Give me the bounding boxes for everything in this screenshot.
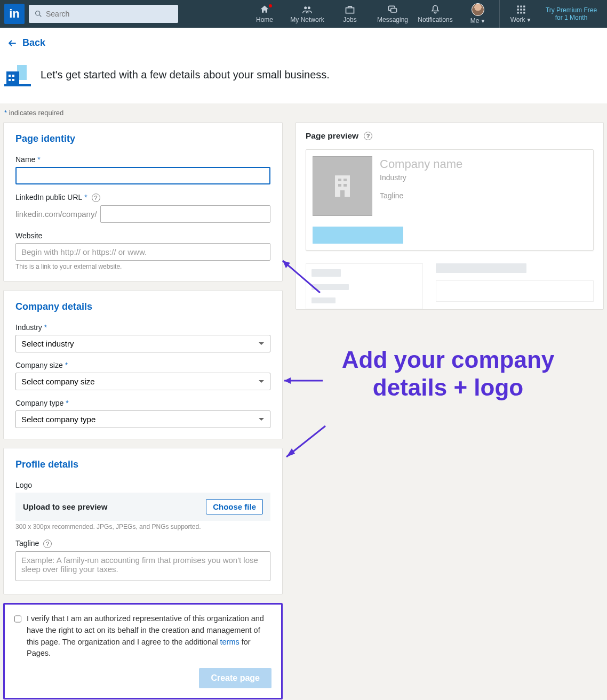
profile-details-title: Profile details <box>15 459 270 470</box>
svg-marker-29 <box>283 261 290 268</box>
hero-section: Back Let's get started with a few detail… <box>0 28 607 103</box>
tagline-input[interactable] <box>15 551 270 581</box>
size-label: Company size* <box>15 361 270 369</box>
industry-label: Industry* <box>15 323 270 332</box>
profile-details-card: Profile details Logo Upload to see previ… <box>3 448 283 594</box>
info-icon[interactable]: ? <box>43 540 52 548</box>
svg-rect-24 <box>338 179 341 181</box>
info-icon[interactable]: ? <box>92 194 100 202</box>
svg-rect-17 <box>6 71 19 84</box>
svg-rect-6 <box>391 9 397 13</box>
nav-home[interactable]: Home <box>243 0 286 28</box>
search-icon <box>34 10 43 18</box>
nav-network[interactable]: My Network <box>286 0 329 28</box>
back-button[interactable]: Back <box>6 37 45 49</box>
preview-title: Page preview ? <box>306 131 594 141</box>
nav-jobs[interactable]: Jobs <box>329 0 371 28</box>
bell-icon <box>430 4 441 15</box>
network-icon <box>301 4 314 15</box>
nav-me[interactable]: Me▼ <box>457 0 499 28</box>
url-input[interactable] <box>100 205 270 223</box>
svg-marker-30 <box>284 377 291 384</box>
svg-line-1 <box>39 15 41 17</box>
nav-notifications[interactable]: Notifications <box>414 0 457 28</box>
annotation-label: Add your company details + logo <box>320 346 576 403</box>
arrow-left-icon <box>6 38 18 48</box>
svg-rect-18 <box>9 75 11 77</box>
type-label: Company type* <box>15 399 270 407</box>
company-details-title: Company details <box>15 301 270 312</box>
svg-rect-11 <box>520 9 522 10</box>
svg-rect-4 <box>346 8 354 13</box>
terms-link[interactable]: terms <box>220 638 239 646</box>
preview-follow-button-placeholder <box>313 227 403 244</box>
intro-heading: Let's get started with a few details abo… <box>41 69 330 81</box>
annotation-arrow-icon <box>280 421 333 463</box>
svg-rect-8 <box>520 6 522 7</box>
verify-card: I verify that I am an authorized represe… <box>3 603 283 699</box>
top-nav: in Home My Network Jobs Messaging Notifi… <box>0 0 607 28</box>
website-label: Website <box>15 231 270 240</box>
svg-rect-20 <box>9 79 11 81</box>
size-select[interactable]: Select company size <box>15 373 270 390</box>
svg-rect-22 <box>4 84 31 86</box>
svg-rect-14 <box>520 12 522 13</box>
svg-point-3 <box>308 6 310 9</box>
preview-skeleton-main <box>436 263 594 309</box>
svg-marker-31 <box>286 448 295 457</box>
verify-text: I verify that I am an authorized represe… <box>27 613 271 659</box>
svg-rect-7 <box>517 6 518 7</box>
search-input[interactable] <box>29 5 178 23</box>
name-label: Name* <box>15 155 270 164</box>
company-details-card: Company details Industry* Select industr… <box>3 290 283 439</box>
notification-badge-icon <box>268 3 273 9</box>
preview-logo-placeholder <box>313 156 372 216</box>
preview-industry: Industry <box>380 173 462 182</box>
type-select[interactable]: Select company type <box>15 411 270 428</box>
svg-rect-19 <box>12 75 14 77</box>
upload-box: Upload to see preview Choose file <box>15 493 270 521</box>
svg-point-0 <box>36 11 40 15</box>
chevron-down-icon: ▼ <box>526 17 531 23</box>
svg-point-2 <box>304 6 307 9</box>
required-note: * indicates required <box>0 103 607 122</box>
logo-label: Logo <box>15 481 270 489</box>
preview-company-name: Company name <box>380 157 462 171</box>
industry-select[interactable]: Select industry <box>15 335 270 352</box>
preview-tagline: Tagline <box>380 191 462 200</box>
apps-grid-icon <box>516 4 526 15</box>
page-preview-card: Page preview ? Company name Industry Tag… <box>295 122 604 310</box>
briefcase-icon <box>344 4 356 15</box>
preview-skeleton-sidebar <box>306 263 423 309</box>
url-label: LinkedIn public URL* ? <box>15 193 270 202</box>
building-placeholder-icon <box>332 173 353 199</box>
svg-rect-9 <box>523 6 525 7</box>
info-icon[interactable]: ? <box>364 132 372 140</box>
url-prefix: linkedin.com/company/ <box>15 210 97 219</box>
verify-checkbox[interactable] <box>14 614 21 624</box>
svg-rect-28 <box>340 190 345 197</box>
nav-work[interactable]: Work▼ <box>499 0 542 28</box>
svg-rect-12 <box>523 9 525 10</box>
page-identity-card: Page identity Name* LinkedIn public URL*… <box>3 122 283 281</box>
choose-file-button[interactable]: Choose file <box>206 499 263 514</box>
logo-helper: 300 x 300px recommended. JPGs, JPEGs, an… <box>15 523 270 530</box>
svg-rect-26 <box>338 184 341 187</box>
upload-preview-label: Upload to see preview <box>23 502 107 511</box>
svg-rect-25 <box>344 179 347 181</box>
svg-rect-15 <box>523 12 525 13</box>
chevron-down-icon: ▼ <box>480 18 485 24</box>
name-input[interactable] <box>15 167 270 184</box>
svg-rect-27 <box>344 184 347 187</box>
svg-rect-21 <box>12 79 14 81</box>
nav-messaging[interactable]: Messaging <box>371 0 414 28</box>
create-page-button[interactable]: Create page <box>199 668 271 688</box>
nav-premium[interactable]: Try Premium Free for 1 Month <box>542 0 601 28</box>
tagline-label: Tagline ? <box>15 539 270 548</box>
svg-rect-13 <box>517 12 518 13</box>
annotation-arrow-icon <box>280 373 328 389</box>
page-identity-title: Page identity <box>15 133 270 144</box>
linkedin-logo-icon[interactable]: in <box>4 4 25 24</box>
website-input[interactable] <box>15 243 270 261</box>
avatar-icon <box>472 3 484 16</box>
